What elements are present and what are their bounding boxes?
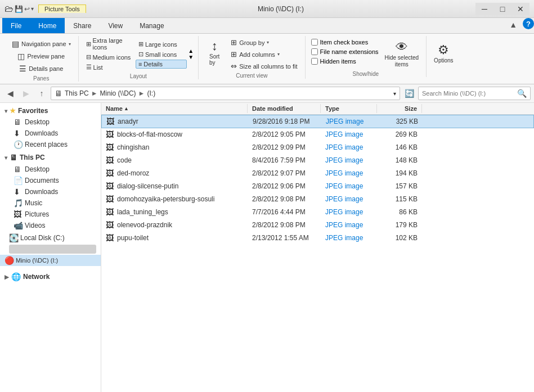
this-pc-expand-icon: ▾ xyxy=(5,155,7,161)
nav-item-minio[interactable]: 🔴 Minio (\\DC) (I:) xyxy=(0,255,101,266)
col-header-name[interactable]: Name ▲ xyxy=(101,104,248,113)
file-name-text: chingishan xyxy=(117,143,149,151)
nav-item-pictures[interactable]: 🖼 Pictures xyxy=(0,209,101,220)
minimize-button[interactable]: ─ xyxy=(475,3,493,15)
pictures-label: Pictures xyxy=(25,210,49,218)
medium-icons-button[interactable]: ⊟ Medium icons xyxy=(83,52,134,62)
col-header-date[interactable]: Date modified xyxy=(248,104,321,113)
table-row[interactable]: 🖼 domohozyaika-petersburg-sosuli 2/8/201… xyxy=(101,193,534,206)
nav-this-pc-header[interactable]: ▾ 🖥 This PC xyxy=(0,151,101,164)
folder-icon: 🗁 xyxy=(5,4,14,14)
tab-view[interactable]: View xyxy=(100,18,131,33)
table-row[interactable]: 🖼 dialog-silcense-putin 2/8/2012 9:06 PM… xyxy=(101,180,534,193)
small-icons-button[interactable]: ⊡ Small icons xyxy=(136,49,187,59)
nav-item-downloads-pc[interactable]: ⬇ Downloads xyxy=(0,186,101,197)
file-name-cell: 🖼 olenevod-prazdnik xyxy=(101,219,248,231)
ribbon-group-show-hide: Item check boxes File name extensions Hi… xyxy=(306,36,427,77)
search-box: 🔍 xyxy=(418,87,531,100)
hide-selected-items-button[interactable]: 👁 Hide selecteditems xyxy=(382,38,422,70)
file-icon: 🖼 xyxy=(106,143,114,152)
tab-share[interactable]: Share xyxy=(65,18,100,33)
large-icons-icon: ⊞ xyxy=(138,40,143,48)
layout-scroll-up-icon[interactable]: ▲ xyxy=(188,48,194,54)
file-name-cell: 🖼 lada_tuning_legs xyxy=(101,206,248,218)
maximize-button[interactable]: □ xyxy=(493,3,511,15)
quick-save-icon[interactable]: 💾 xyxy=(15,5,23,13)
forward-button[interactable]: ▶ xyxy=(19,87,33,100)
address-path[interactable]: 🖥 This PC ► Minio (\\DC) ► (I:) ▾ xyxy=(51,87,400,100)
preview-pane-button[interactable]: ◫ Preview pane xyxy=(15,51,68,62)
add-columns-label: Add columns xyxy=(239,51,275,58)
navigation-pane-button[interactable]: ▤ Navigation pane ▾ xyxy=(9,38,74,49)
hidden-items-input[interactable] xyxy=(311,58,318,65)
nav-item-videos[interactable]: 📹 Videos xyxy=(0,220,101,231)
file-name-cell: 🖼 pupu-toilet xyxy=(101,232,248,244)
table-row[interactable]: 🖼 anadyr 9/28/2016 9:18 PM JPEG image 32… xyxy=(101,115,534,128)
col-header-size[interactable]: Size xyxy=(377,104,422,113)
help-button[interactable]: ? xyxy=(523,18,534,29)
extra-large-icons-button[interactable]: ⊞ Extra large icons xyxy=(83,36,134,52)
item-checkboxes-input[interactable] xyxy=(311,39,318,46)
table-row[interactable]: 🖼 olenevod-prazdnik 2/8/2012 9:08 PM JPE… xyxy=(101,219,534,232)
file-name-text: dialog-silcense-putin xyxy=(117,182,178,190)
quick-access-toolbar: 🗁 💾 ↩ ▾ xyxy=(5,4,34,14)
nav-item-music[interactable]: 🎵 Music xyxy=(0,197,101,209)
this-pc-label: This PC xyxy=(20,154,45,161)
large-icons-button[interactable]: ⊞ Large icons xyxy=(136,39,187,49)
tab-home[interactable]: Home xyxy=(30,18,65,33)
tab-file[interactable]: File xyxy=(2,18,30,33)
table-row[interactable]: 🖼 ded-moroz 2/8/2012 9:07 PM JPEG image … xyxy=(101,167,534,180)
table-row[interactable]: 🖼 lada_tuning_legs 7/7/2016 4:44 PM JPEG… xyxy=(101,206,534,219)
minio-label: Minio (\\DC) (I:) xyxy=(16,257,58,264)
list-button[interactable]: ☰ List xyxy=(83,62,134,72)
extra-large-label: Extra large icons xyxy=(93,37,132,51)
group-by-button[interactable]: ⊞ Group by ▾ xyxy=(228,37,300,48)
table-row[interactable]: 🖼 blocks-of-flat-moscow 2/8/2012 9:05 PM… xyxy=(101,128,534,141)
file-name-ext-check[interactable]: File name extensions xyxy=(310,48,380,56)
path-this-pc: This PC xyxy=(65,89,89,97)
options-button[interactable]: ⚙ Options xyxy=(431,41,456,65)
close-button[interactable]: ✕ xyxy=(511,3,529,15)
search-input[interactable] xyxy=(422,90,515,97)
ribbon-group-current-view: ↕ Sortby ⊞ Group by ▾ ⊞ Add columns ▾ xyxy=(199,36,305,79)
network-expand-icon: ▶ xyxy=(5,274,9,280)
layout-scroll: ▲ ▼ xyxy=(188,48,194,60)
layout-scroll-down-icon[interactable]: ▼ xyxy=(188,54,194,60)
file-name-ext-input[interactable] xyxy=(311,48,318,55)
nav-item-downloads-fav[interactable]: ⬇ Downloads xyxy=(0,128,101,139)
up-button[interactable]: ↑ xyxy=(35,87,48,100)
path-expand-icon[interactable]: ▾ xyxy=(393,91,396,97)
nav-network-header[interactable]: ▶ 🌐 Network xyxy=(0,271,101,283)
table-row[interactable]: 🖼 chingishan 2/8/2012 9:09 PM JPEG image… xyxy=(101,141,534,154)
table-row[interactable]: 🖼 pupu-toilet 2/13/2012 1:55 AM JPEG ima… xyxy=(101,232,534,245)
size-columns-button[interactable]: ⇔ Size all columns to fit xyxy=(228,61,300,71)
file-size-cell: 115 KB xyxy=(377,194,422,204)
file-list: Name ▲ Date modified Type Size 🖼 anadyr … xyxy=(101,103,534,392)
refresh-button[interactable]: 🔄 xyxy=(402,87,416,100)
add-columns-button[interactable]: ⊞ Add columns ▾ xyxy=(228,49,300,60)
tab-manage[interactable]: Manage xyxy=(131,18,172,33)
file-name-cell: 🖼 domohozyaika-petersburg-sosuli xyxy=(101,193,248,205)
nav-favorites-header[interactable]: ▾ ★ Favorites xyxy=(0,105,101,116)
col-header-type[interactable]: Type xyxy=(321,104,377,113)
file-size-cell: 194 KB xyxy=(377,168,422,178)
path-this-pc-icon: 🖥 xyxy=(55,89,62,98)
up-arrow-icon[interactable]: ▲ xyxy=(506,18,520,33)
ribbon-group-layout: ⊞ Extra large icons ⊟ Medium icons ☰ Lis… xyxy=(79,36,199,79)
nav-item-local-disk[interactable]: 💽 Local Disk (C:) xyxy=(0,232,101,244)
nav-item-recent-places[interactable]: 🕐 Recent places xyxy=(0,139,101,150)
nav-item-desktop-fav[interactable]: 🖥 Desktop xyxy=(0,116,101,128)
file-icon: 🖼 xyxy=(106,182,114,191)
table-row[interactable]: 🖼 code 8/4/2016 7:59 PM JPEG image 148 K… xyxy=(101,154,534,167)
undo-icon[interactable]: ↩ xyxy=(24,5,30,13)
sort-by-button[interactable]: ↕ Sortby xyxy=(203,37,226,67)
dropdown-arrow-icon[interactable]: ▾ xyxy=(31,6,34,12)
hidden-items-check[interactable]: Hidden items xyxy=(310,57,380,65)
back-button[interactable]: ◀ xyxy=(3,87,17,100)
item-checkboxes-check[interactable]: Item check boxes xyxy=(310,38,380,46)
details-button[interactable]: ≡ Details xyxy=(136,60,187,69)
nav-item-desktop-pc[interactable]: 🖥 Desktop xyxy=(0,164,101,175)
nav-item-documents[interactable]: 📄 Documents xyxy=(0,175,101,186)
details-pane-button[interactable]: ☰ Details pane xyxy=(16,63,66,74)
col-name-label: Name xyxy=(106,105,123,112)
